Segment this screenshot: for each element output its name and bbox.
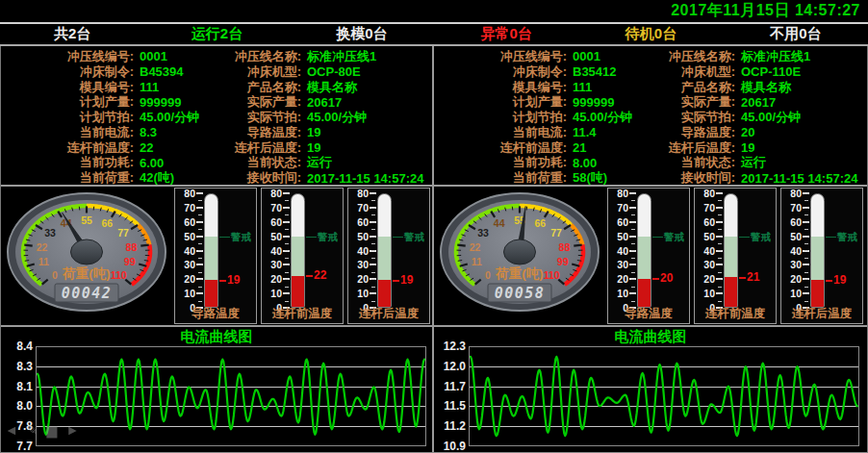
value-marker <box>652 278 659 280</box>
info-row: 计划产量:999999 <box>1 94 217 110</box>
load-gauge: 0112233445566778899110荷重(吨)00058 <box>436 191 603 320</box>
info-block: 冲压线编号:0001冲床制令:B35412模具编号:111计划产量:999999… <box>434 46 867 187</box>
info-row: 计划节拍:45.00/分钟 <box>434 110 651 125</box>
value-label: 20 <box>660 271 673 285</box>
info-label: 接收时间: <box>651 169 735 187</box>
info-value: OCP-110E <box>741 64 801 79</box>
y-axis-labels: 12.312.011.711.511.210.9 <box>434 346 466 446</box>
thermo-tick-label: 80 <box>262 188 282 199</box>
thermo-tick-label: 10 <box>695 288 715 299</box>
info-value: 19 <box>741 140 754 155</box>
thermo-name: 连杆前温度 <box>695 306 776 322</box>
thermometer-连杆前温度: 80706050403020100警戒22连杆前温度 <box>261 188 344 324</box>
info-value: 42(吨) <box>140 169 174 187</box>
info-row: 冲床制令:B45394 <box>1 64 217 80</box>
gauge-label: 荷重(吨) <box>495 266 544 281</box>
info-row: 冲压线编号:0001 <box>434 49 651 64</box>
info-row: 实际节拍:45.00/分钟 <box>217 110 432 125</box>
thermometer-导路温度: 80706050403020100警戒19导路温度 <box>174 188 257 324</box>
gauge-tick-label: 88 <box>126 241 138 253</box>
thermo-tick-label: 50 <box>348 231 369 242</box>
y-tick-label: 11.7 <box>444 380 466 393</box>
thermo-name: 导路温度 <box>608 306 689 322</box>
thermo-minor-ticks <box>285 193 289 308</box>
thermo-tick-label: 60 <box>262 216 282 228</box>
page-icon[interactable]: ▆ <box>47 421 58 439</box>
machine-panel-2: 冲压线编号:0001冲床制令:B35412模具编号:111计划产量:999999… <box>434 46 867 452</box>
status-unused[interactable]: 不用0台 <box>724 25 868 43</box>
thermo-tick-label: 60 <box>781 216 802 228</box>
thermo-name: 导路温度 <box>175 306 256 322</box>
load-gauge: 0112233445566778899110荷重(吨)00042 <box>3 191 170 320</box>
gauge-tick-label: 33 <box>44 227 56 239</box>
gauge-odometer: 00058 <box>495 285 546 302</box>
thermo-tick-label: 40 <box>175 245 195 257</box>
info-value: 标准冲压线1 <box>741 48 810 65</box>
info-row: 连杆前温度:21 <box>434 140 651 156</box>
thermo-minor-ticks <box>198 193 202 308</box>
status-abnormal[interactable]: 异常0台 <box>434 25 578 43</box>
thermo-tick-label: 10 <box>262 288 282 299</box>
info-value: 999999 <box>573 95 614 110</box>
gauge-tick-label: 99 <box>557 256 569 267</box>
edit-pencil-icon[interactable]: ✎ <box>27 421 38 439</box>
info-column-left: 冲压线编号:0001冲床制令:B45394模具编号:111计划产量:999999… <box>1 49 217 185</box>
y-tick-label: 8.0 <box>16 399 33 413</box>
info-value: 45.00/分钟 <box>741 109 801 126</box>
chart-frame <box>36 346 426 446</box>
thermo-tick-label: 30 <box>781 259 802 270</box>
thermometer-连杆后温度: 80706050403020100警戒19连杆后温度 <box>347 188 430 324</box>
thermo-tick-label: 30 <box>262 259 282 270</box>
info-row: 连杆前温度:22 <box>1 140 217 156</box>
forward-arrow-icon[interactable]: ► <box>65 421 79 439</box>
thermo-tube <box>377 193 392 308</box>
info-value: 模具名称 <box>307 79 357 96</box>
status-standby[interactable]: 待机0台 <box>578 25 723 43</box>
gauge-tick-label: 11 <box>38 256 49 267</box>
thermometers: 80706050403020100警戒19导路温度807060504030201… <box>174 188 430 324</box>
y-tick-label: 11.2 <box>444 419 466 433</box>
gauge-tick-label: 77 <box>550 227 562 239</box>
thermo-tick-label: 70 <box>695 202 715 214</box>
info-row: 连杆后温度:19 <box>217 140 432 156</box>
top-bar: 2017年11月15日 14:57:27 <box>0 0 868 24</box>
value-label: 19 <box>833 273 846 287</box>
status-mold-change[interactable]: 换模0台 <box>290 25 434 43</box>
back-arrow-icon[interactable]: ◄ <box>5 421 18 439</box>
info-column-right: 冲压线名称:标准冲压线1冲床机型:OCP-80E产品名称:模具名称实际产量:20… <box>217 49 432 185</box>
info-value: 45.00/分钟 <box>140 109 199 126</box>
y-tick-label: 12.3 <box>444 340 466 353</box>
thermo-name: 连杆后温度 <box>781 306 862 322</box>
info-value: 0001 <box>140 49 167 63</box>
thermo-tick-label: 60 <box>695 216 715 228</box>
info-row: 冲压线名称:标准冲压线1 <box>217 49 432 64</box>
info-value: 11.4 <box>573 125 597 139</box>
y-tick-label: 8.3 <box>16 360 33 373</box>
warn-threshold-line <box>393 237 403 238</box>
thermo-tick-label: 60 <box>175 216 195 228</box>
y-tick-label: 8.4 <box>16 340 33 353</box>
thermo-tick-label: 80 <box>608 188 628 199</box>
thermo-minor-ticks <box>631 193 635 308</box>
info-value: 8.00 <box>573 156 597 170</box>
y-tick-label: 11.5 <box>444 399 466 413</box>
info-value: 58(吨) <box>573 169 607 187</box>
gauge-tick-label: 66 <box>101 217 113 229</box>
info-value: 21 <box>573 140 586 155</box>
thermo-tick-label: 70 <box>608 202 628 214</box>
info-value: 111 <box>140 80 159 94</box>
status-total[interactable]: 共2台 <box>0 25 144 43</box>
info-row: 模具编号:111 <box>1 80 217 95</box>
info-row: 模具编号:111 <box>434 80 651 95</box>
info-value: B45394 <box>140 64 184 79</box>
thermo-tick-label: 40 <box>262 245 282 257</box>
thermo-tick-label: 70 <box>781 202 802 214</box>
status-running[interactable]: 运行2台 <box>144 25 289 43</box>
value-marker <box>306 275 313 277</box>
thermo-tick-label: 80 <box>348 188 369 199</box>
thermo-minor-ticks <box>371 193 375 308</box>
info-value: 20 <box>741 125 754 139</box>
info-row: 接收时间:2017-11-15 14:57:24 <box>217 170 432 186</box>
info-label: 当前荷重: <box>1 169 134 187</box>
current-curve-chart <box>470 347 858 445</box>
